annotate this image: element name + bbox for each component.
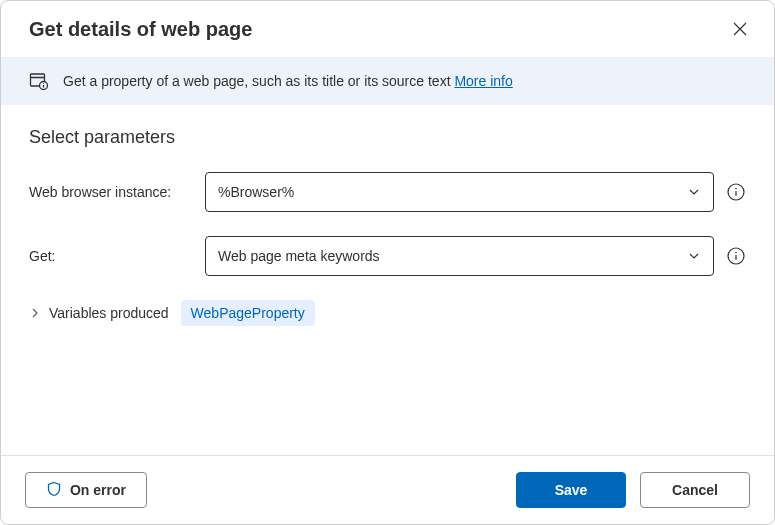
- on-error-label: On error: [70, 482, 126, 498]
- chevron-down-icon: [687, 185, 701, 199]
- save-button[interactable]: Save: [516, 472, 626, 508]
- shield-icon: [46, 481, 62, 500]
- field-get: Get: Web page meta keywords: [29, 236, 746, 276]
- dropdown-value: Web page meta keywords: [218, 248, 380, 264]
- svg-point-9: [735, 252, 737, 254]
- dialog-get-details-of-web-page: Get details of web page Get a property o…: [0, 0, 775, 525]
- dropdown-get[interactable]: Web page meta keywords: [205, 236, 714, 276]
- variables-produced-toggle[interactable]: Variables produced: [29, 305, 169, 321]
- close-icon: [733, 22, 747, 36]
- close-button[interactable]: [726, 15, 754, 43]
- dialog-footer: On error Save Cancel: [1, 455, 774, 524]
- save-label: Save: [555, 482, 588, 498]
- svg-point-3: [43, 83, 44, 84]
- dropdown-web-browser-instance[interactable]: %Browser%: [205, 172, 714, 212]
- chevron-right-icon: [29, 308, 41, 318]
- svg-point-6: [735, 188, 737, 190]
- dropdown-value: %Browser%: [218, 184, 294, 200]
- on-error-button[interactable]: On error: [25, 472, 147, 508]
- chevron-down-icon: [687, 249, 701, 263]
- dialog-title: Get details of web page: [29, 18, 252, 41]
- cancel-button[interactable]: Cancel: [640, 472, 750, 508]
- section-title-select-parameters: Select parameters: [29, 127, 746, 148]
- more-info-link[interactable]: More info: [454, 73, 512, 89]
- footer-actions: Save Cancel: [516, 472, 750, 508]
- label-web-browser-instance: Web browser instance:: [29, 184, 193, 200]
- variables-produced-row: Variables produced WebPageProperty: [29, 300, 746, 326]
- info-icon-get[interactable]: [726, 246, 746, 266]
- info-text: Get a property of a web page, such as it…: [63, 73, 454, 89]
- cancel-label: Cancel: [672, 482, 718, 498]
- variable-chip-webpageproperty[interactable]: WebPageProperty: [181, 300, 315, 326]
- web-page-details-icon: [29, 71, 49, 91]
- info-bar: Get a property of a web page, such as it…: [1, 57, 774, 105]
- variables-produced-label: Variables produced: [49, 305, 169, 321]
- field-web-browser-instance: Web browser instance: %Browser%: [29, 172, 746, 212]
- label-get: Get:: [29, 248, 193, 264]
- title-bar: Get details of web page: [1, 1, 774, 57]
- info-text-wrap: Get a property of a web page, such as it…: [63, 73, 513, 89]
- info-icon-web-browser-instance[interactable]: [726, 182, 746, 202]
- dialog-body: Select parameters Web browser instance: …: [1, 105, 774, 455]
